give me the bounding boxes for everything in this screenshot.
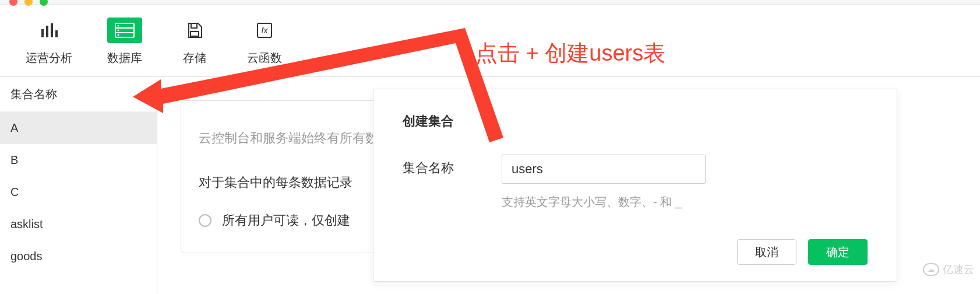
sidebar-header: 集合名称 + — [0, 77, 157, 112]
modal-hint: 支持英文字母大小写、数字、- 和 _ — [502, 194, 706, 210]
create-collection-modal: 创建集合 集合名称 支持英文字母大小写、数字、- 和 _ 取消 确定 — [373, 89, 897, 282]
svg-point-9 — [118, 34, 119, 36]
svg-rect-2 — [51, 23, 53, 37]
collection-item[interactable]: B — [0, 144, 157, 176]
svg-point-8 — [118, 30, 119, 32]
annotation-text: 点击 + 创建users表 — [475, 38, 665, 68]
sidebar-title: 集合名称 — [10, 86, 57, 102]
collection-item[interactable]: A — [0, 112, 157, 144]
permission-option-label: 所有用户可读，仅创建 — [222, 212, 350, 229]
save-icon — [177, 18, 212, 43]
modal-field-row: 集合名称 支持英文字母大小写、数字、- 和 _ — [403, 155, 868, 210]
tab-cloud-function[interactable]: fx 云函数 — [247, 18, 282, 66]
watermark: ☁ 亿速云 — [923, 262, 974, 276]
tab-database[interactable]: 数据库 — [107, 18, 142, 66]
traffic-lights — [9, 0, 48, 6]
collection-item[interactable]: goods — [0, 240, 157, 272]
watermark-text: 亿速云 — [943, 262, 974, 276]
cancel-button[interactable]: 取消 — [737, 239, 796, 265]
modal-actions: 取消 确定 — [403, 239, 868, 265]
window-titlebar — [0, 0, 980, 5]
svg-text:fx: fx — [262, 26, 269, 35]
close-window-icon[interactable] — [9, 0, 17, 6]
tab-analytics[interactable]: 运营分析 — [26, 18, 72, 66]
tab-label: 云函数 — [247, 50, 282, 66]
tab-storage[interactable]: 存储 — [177, 18, 212, 66]
svg-rect-3 — [55, 30, 58, 37]
tab-label: 存储 — [183, 50, 206, 66]
function-icon: fx — [247, 18, 282, 43]
svg-rect-1 — [46, 26, 48, 37]
database-icon — [107, 18, 142, 43]
modal-field-label: 集合名称 — [403, 155, 454, 177]
tab-label: 数据库 — [107, 50, 142, 66]
collection-name-input[interactable] — [502, 155, 706, 184]
cloud-icon: ☁ — [923, 263, 939, 276]
collection-item[interactable]: C — [0, 176, 157, 208]
sidebar: 集合名称 + A B C asklist goods — [0, 77, 157, 294]
add-collection-button[interactable]: + — [138, 87, 146, 102]
tab-label: 运营分析 — [26, 50, 72, 66]
svg-rect-0 — [41, 29, 44, 37]
maximize-window-icon[interactable] — [40, 0, 48, 6]
modal-title: 创建集合 — [403, 113, 868, 130]
minimize-window-icon[interactable] — [24, 0, 33, 6]
chart-bar-icon — [31, 18, 66, 43]
svg-rect-11 — [191, 32, 199, 36]
radio-icon — [199, 214, 211, 227]
svg-rect-10 — [191, 23, 197, 28]
confirm-button[interactable]: 确定 — [808, 239, 868, 265]
collection-item[interactable]: asklist — [0, 208, 157, 240]
svg-point-7 — [118, 25, 119, 27]
